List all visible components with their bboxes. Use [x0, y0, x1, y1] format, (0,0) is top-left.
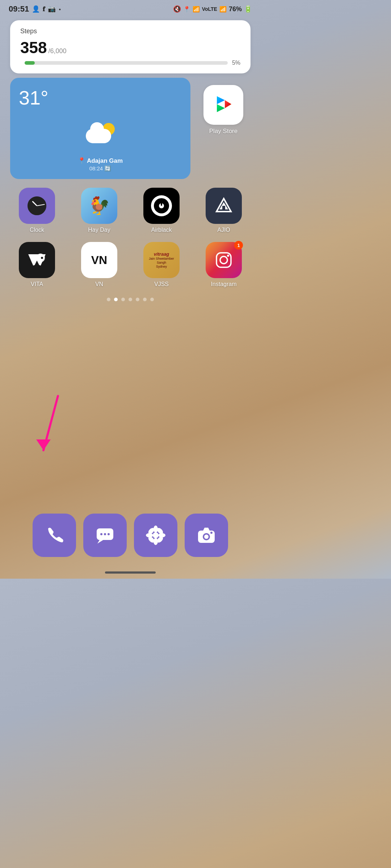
status-bar: 09:51 👤 𝐟 📷 ● 🔇 📍 📶 VoLTE 📶 76% 🔋	[0, 0, 261, 16]
app-item-instagram[interactable]: 1 Instagram	[193, 239, 255, 290]
vita-logo-svg	[25, 248, 49, 272]
page-dot-3[interactable]	[129, 298, 132, 301]
steps-progress-row: 5%	[20, 60, 240, 66]
instagram-badge: 1	[234, 241, 243, 250]
clock-face	[26, 195, 47, 216]
vjss-app-label: VJSS	[154, 281, 169, 288]
app-item-vn[interactable]: VN VN	[68, 239, 130, 290]
location-icon: 📍	[183, 6, 190, 13]
airblack-app-icon	[143, 188, 180, 224]
status-time: 09:51	[9, 4, 29, 14]
instagram-status-icon: 📷	[48, 5, 56, 13]
arrow-annotation	[29, 392, 72, 466]
volte-label: VoLTE	[202, 6, 217, 12]
svg-marker-0	[217, 96, 225, 104]
mute-icon: 🔇	[173, 5, 181, 13]
page-dot-1[interactable]	[114, 298, 118, 301]
svg-point-36	[153, 532, 159, 538]
steps-percent: 5%	[232, 60, 240, 66]
page-dot-4[interactable]	[136, 298, 139, 301]
app-item-ajio[interactable]: AJIO	[193, 185, 255, 236]
weather-widget[interactable]: 31° 📍 Adajan Gam 08:24 🔄	[10, 78, 190, 179]
svg-marker-38	[203, 528, 210, 531]
airblack-inner-circle	[151, 195, 172, 216]
weather-location-row: 📍 Adajan Gam 08:24 🔄	[19, 157, 182, 172]
svg-point-41	[210, 532, 213, 534]
vn-app-icon: VN	[81, 242, 117, 278]
svg-marker-22	[36, 439, 51, 450]
camera-icon	[197, 526, 216, 545]
steps-widget[interactable]: Steps 358 /6,000 5%	[10, 20, 251, 73]
page-dots	[0, 298, 261, 301]
app-item-vita[interactable]: VITA	[6, 239, 68, 290]
airblack-logo	[154, 198, 169, 213]
page-dot-2[interactable]	[121, 298, 125, 301]
hayday-chicken-icon: 🐓	[88, 196, 110, 216]
status-right: 🔇 📍 📶 VoLTE 📶 76% 🔋	[173, 5, 252, 13]
ajio-app-label: AJIO	[217, 227, 230, 233]
hayday-app-label: Hay Day	[88, 227, 110, 233]
vita-app-icon	[19, 242, 55, 278]
instagram-app-label: Instagram	[211, 281, 236, 288]
svg-rect-11	[222, 206, 225, 210]
svg-line-21	[43, 396, 58, 450]
page-dot-5[interactable]	[143, 298, 147, 301]
facebook-icon: 𝐟	[43, 5, 45, 13]
refresh-icon: 🔄	[104, 165, 111, 171]
playstore-icon[interactable]	[203, 85, 243, 125]
profile-icon: 👤	[32, 5, 40, 13]
dock-phone[interactable]	[33, 514, 76, 557]
status-left: 09:51 👤 𝐟 📷 ●	[9, 4, 61, 14]
dock-camera[interactable]	[185, 514, 228, 557]
steps-count: 358	[20, 39, 47, 57]
svg-marker-4	[225, 100, 231, 108]
weather-time: 08:24 🔄	[19, 165, 182, 172]
weather-icon-row	[19, 123, 182, 143]
signal-icon: 📶	[219, 6, 227, 13]
page-dot-0[interactable]	[107, 298, 110, 301]
app-item-clock[interactable]: Clock	[6, 185, 68, 236]
instagram-app-icon: 1	[206, 242, 242, 278]
vjss-subtext: Jain Shwetamber SanghSydney	[145, 257, 178, 268]
svg-marker-1	[217, 104, 225, 112]
ajio-logo-svg	[212, 194, 235, 217]
hayday-app-icon: 🐓	[81, 188, 117, 224]
dock-bixby[interactable]	[134, 514, 177, 557]
widget-row: 31° 📍 Adajan Gam 08:24 🔄	[10, 78, 251, 179]
flower-icon	[146, 526, 165, 545]
svg-point-17	[41, 257, 43, 259]
weather-location: 📍 Adajan Gam	[19, 157, 182, 165]
dock	[0, 514, 261, 557]
clock-minute-hand	[37, 204, 45, 206]
app-item-vjss[interactable]: vitraag Jain Shwetamber SanghSydney VJSS	[130, 239, 193, 290]
dock-messages[interactable]	[83, 514, 127, 557]
clock-app-label: Clock	[30, 227, 44, 233]
cloud-icon	[86, 129, 111, 143]
app-item-hayday[interactable]: 🐓 Hay Day	[68, 185, 130, 236]
bottom-pill	[105, 571, 156, 574]
svg-point-26	[104, 533, 106, 535]
airblack-app-label: Airblack	[151, 227, 172, 233]
location-pin-icon: 📍	[78, 157, 85, 164]
svg-point-20	[227, 255, 229, 257]
cloud-sun-icon	[86, 123, 115, 143]
vjss-app-icon: vitraag Jain Shwetamber SanghSydney	[143, 242, 180, 278]
notification-dot: ●	[59, 7, 61, 11]
page-dot-6[interactable]	[150, 298, 154, 301]
app-grid: Clock 🐓 Hay Day Airblack	[6, 185, 255, 290]
weather-temperature: 31°	[19, 86, 182, 109]
clock-app-icon	[19, 188, 55, 224]
steps-title: Steps	[20, 27, 240, 35]
messages-icon	[95, 526, 115, 545]
vn-logo-text: VN	[91, 254, 107, 267]
svg-point-40	[204, 535, 209, 539]
svg-point-19	[220, 256, 227, 264]
vita-app-label: VITA	[31, 281, 43, 288]
battery-label: 76%	[229, 5, 242, 13]
arrow-svg	[29, 392, 72, 465]
app-item-airblack[interactable]: Airblack	[130, 185, 193, 236]
progress-fill	[25, 61, 35, 65]
playstore-col: Play Store	[196, 85, 251, 135]
svg-marker-24	[97, 540, 103, 544]
progress-bar	[25, 61, 228, 65]
